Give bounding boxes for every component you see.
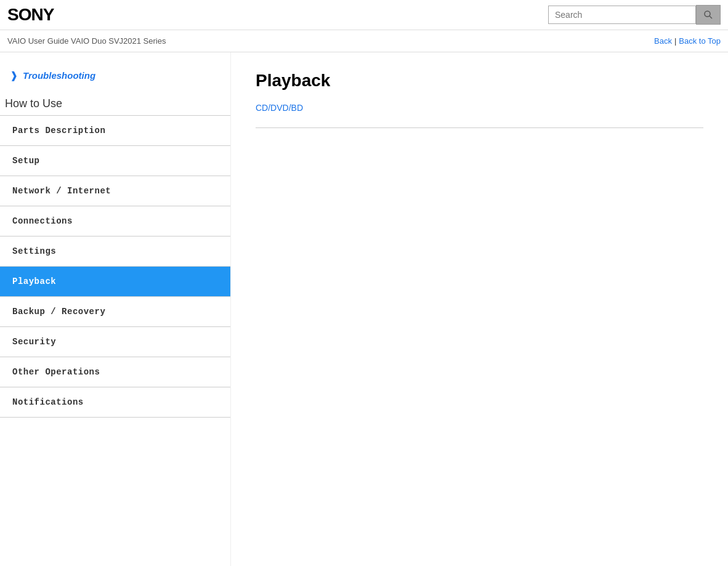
- sidebar-section-title: How to Use: [0, 91, 230, 116]
- troubleshooting-label: Troubleshooting: [23, 70, 95, 81]
- back-link[interactable]: Back: [654, 36, 672, 46]
- subtitle-bar: VAIO User Guide VAIO Duo SVJ2021 Series …: [0, 30, 728, 52]
- sidebar-item-troubleshooting[interactable]: ❱ Troubleshooting: [0, 65, 230, 91]
- search-icon: [703, 10, 713, 20]
- sidebar-item-connections[interactable]: Connections: [0, 206, 230, 237]
- sidebar-item-notifications[interactable]: Notifications: [0, 387, 230, 418]
- sidebar: ❱ Troubleshooting How to Use Parts Descr…: [0, 52, 231, 566]
- sidebar-item-other-operations[interactable]: Other Operations: [0, 357, 230, 387]
- sidebar-item-parts-description[interactable]: Parts Description: [0, 116, 230, 146]
- page-subtitle: VAIO User Guide VAIO Duo SVJ2021 Series: [7, 36, 166, 46]
- nav-links: Back | Back to Top: [654, 36, 721, 46]
- sidebar-item-backup-recovery[interactable]: Backup / Recovery: [0, 297, 230, 327]
- sidebar-item-security[interactable]: Security: [0, 327, 230, 357]
- content-area: Playback CD/DVD/BD: [231, 52, 728, 566]
- search-area: [548, 5, 721, 25]
- sidebar-item-setup[interactable]: Setup: [0, 146, 230, 176]
- sidebar-item-playback[interactable]: Playback: [0, 267, 230, 297]
- chevron-right-icon: ❱: [10, 70, 18, 81]
- search-button[interactable]: [696, 5, 721, 25]
- sidebar-item-network-internet[interactable]: Network / Internet: [0, 176, 230, 206]
- sony-logo: SONY: [7, 5, 54, 25]
- nav-separator: |: [674, 36, 676, 46]
- sidebar-item-settings[interactable]: Settings: [0, 237, 230, 267]
- svg-line-1: [710, 16, 712, 18]
- page-title: Playback: [256, 71, 703, 91]
- content-divider: [256, 127, 703, 128]
- header: SONY: [0, 0, 728, 30]
- search-input[interactable]: [548, 6, 696, 24]
- svg-point-0: [705, 11, 710, 17]
- cd-dvd-bd-link[interactable]: CD/DVD/BD: [256, 103, 303, 113]
- main-layout: ❱ Troubleshooting How to Use Parts Descr…: [0, 52, 728, 566]
- back-to-top-link[interactable]: Back to Top: [679, 36, 721, 46]
